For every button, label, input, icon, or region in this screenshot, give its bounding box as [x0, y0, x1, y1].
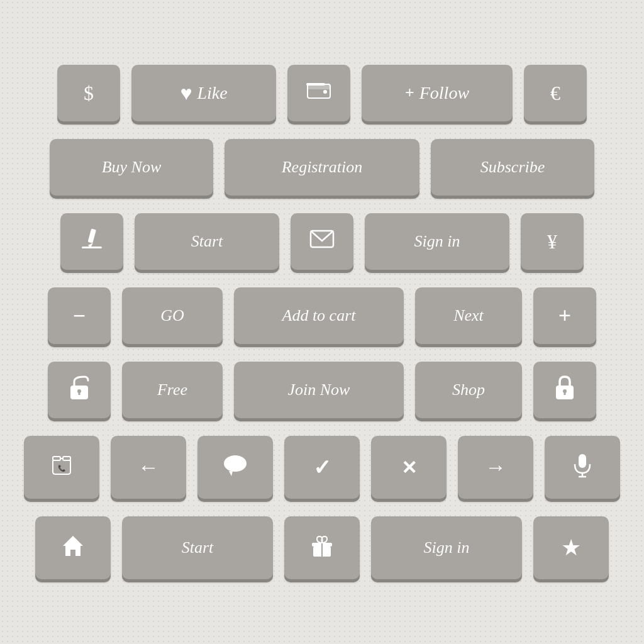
start-button[interactable]: Start [135, 213, 279, 270]
row-4: − GO Add to cart Next + [24, 287, 620, 344]
euro-button[interactable]: € [524, 65, 587, 121]
phone-button[interactable]: 📞 [24, 436, 99, 499]
free-button[interactable]: Free [122, 362, 223, 418]
svg-rect-20 [579, 454, 586, 468]
svg-point-18 [224, 455, 247, 472]
svg-point-3 [323, 90, 327, 94]
mic-button[interactable] [545, 436, 620, 499]
wallet-button[interactable] [287, 65, 350, 121]
pen-icon [80, 228, 103, 255]
phone-icon: 📞 [50, 454, 73, 481]
gift-icon [311, 534, 333, 562]
svg-rect-2 [306, 83, 325, 86]
home-button[interactable] [35, 516, 111, 579]
button-grid: $ ♥ Like + Follow € Buy Now [0, 40, 644, 604]
row-3: Start Sign in ¥ [24, 213, 620, 270]
close-icon: ✕ [401, 457, 417, 479]
row-5: Free Join Now Shop [24, 362, 620, 418]
wallet-icon [306, 80, 331, 106]
svg-rect-13 [564, 391, 566, 395]
close-button[interactable]: ✕ [371, 436, 447, 499]
check-icon: ✓ [313, 455, 331, 480]
svg-text:📞: 📞 [58, 464, 66, 472]
like-button[interactable]: ♥ Like [131, 65, 276, 121]
plus-icon: + [558, 303, 572, 329]
lock-icon [553, 375, 576, 405]
yen-icon: ¥ [547, 230, 557, 253]
row-7: Start Sign in ★ [24, 516, 620, 579]
gift-button[interactable] [284, 516, 360, 579]
minus-icon: − [73, 303, 86, 329]
svg-rect-14 [53, 457, 60, 460]
back-arrow-icon: ← [138, 455, 159, 479]
mail-icon [309, 230, 335, 253]
unlock-button[interactable] [48, 362, 111, 418]
forward-arrow-icon: → [485, 455, 506, 479]
svg-marker-23 [63, 536, 83, 556]
forward-button[interactable]: → [458, 436, 533, 499]
registration-button[interactable]: Registration [225, 139, 419, 196]
chat-icon [223, 453, 248, 481]
dollar-button[interactable]: $ [57, 65, 120, 121]
svg-rect-10 [79, 391, 80, 395]
dollar-icon: $ [84, 82, 94, 105]
mic-icon [574, 453, 591, 482]
go-button[interactable]: GO [122, 287, 223, 344]
sign-in2-button[interactable]: Sign in [371, 516, 522, 579]
row-6: 📞 ← ✓ ✕ → [24, 436, 620, 499]
back-button[interactable]: ← [111, 436, 186, 499]
svg-marker-19 [229, 471, 233, 476]
sign-in-button[interactable]: Sign in [365, 213, 509, 270]
follow-button[interactable]: + Follow [362, 65, 513, 121]
subscribe-button[interactable]: Subscribe [431, 139, 594, 196]
plus-button[interactable]: + [533, 287, 596, 344]
add-to-cart-button[interactable]: Add to cart [234, 287, 404, 344]
minus-button[interactable]: − [48, 287, 111, 344]
join-now-button[interactable]: Join Now [234, 362, 404, 418]
heart-icon: ♥ [180, 82, 192, 105]
row-1: $ ♥ Like + Follow € [24, 65, 620, 121]
start2-button[interactable]: Start [122, 516, 273, 579]
row-2: Buy Now Registration Subscribe [24, 139, 620, 196]
chat-button[interactable] [197, 436, 273, 499]
pen-button[interactable] [60, 213, 123, 270]
buy-now-button[interactable]: Buy Now [50, 139, 213, 196]
svg-rect-4 [88, 228, 96, 243]
yen-button[interactable]: ¥ [521, 213, 584, 270]
svg-rect-15 [63, 457, 70, 460]
unlock-icon [68, 375, 91, 405]
lock-button[interactable] [533, 362, 596, 418]
check-button[interactable]: ✓ [284, 436, 360, 499]
star-icon: ★ [561, 535, 581, 561]
home-icon [62, 533, 84, 562]
next-button[interactable]: Next [415, 287, 522, 344]
euro-icon: € [550, 82, 560, 105]
mail-button[interactable] [291, 213, 353, 270]
svg-rect-6 [82, 247, 102, 248]
plus-icon: + [405, 84, 414, 103]
star-button[interactable]: ★ [533, 516, 609, 579]
shop-button[interactable]: Shop [415, 362, 522, 418]
